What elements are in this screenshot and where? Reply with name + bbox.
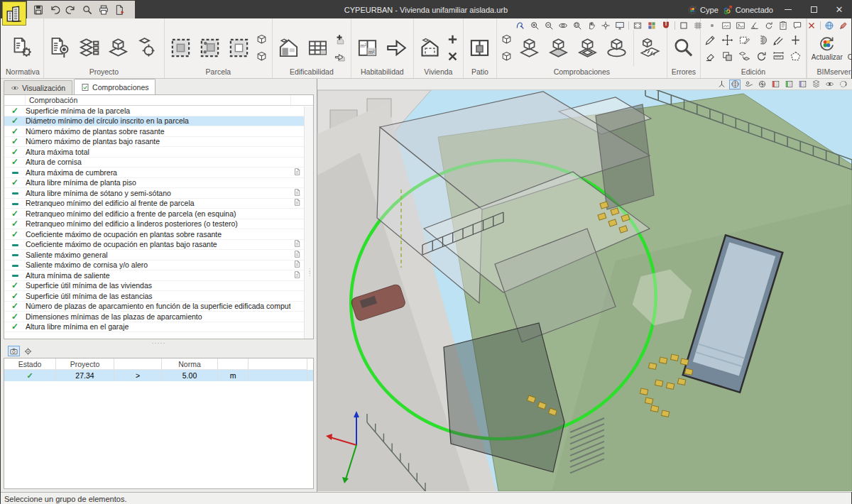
list-item[interactable]: ✓Altura de cornisa (4, 158, 313, 168)
list-item[interactable]: Saliente máximo de cornisa y/o alero (4, 261, 313, 271)
close-button[interactable]: ✕ (829, 1, 850, 18)
bimserver-connection[interactable]: Conectado (723, 5, 773, 15)
rejilla-button[interactable] (692, 21, 704, 31)
giro-modelo-button[interactable] (756, 80, 768, 89)
list-item[interactable]: ✓Dimensiones mínimas de las plazas de ap… (4, 312, 313, 322)
rotulador-button[interactable] (838, 21, 849, 31)
cubo-inf-button[interactable] (254, 49, 270, 64)
vuelo-button[interactable] (743, 80, 754, 89)
errores-button[interactable] (670, 31, 698, 66)
parcela-button[interactable] (167, 31, 195, 66)
comprobacion-2-button[interactable] (545, 31, 573, 66)
list-item[interactable]: ✓Altura libre mínima de planta piso (4, 178, 313, 189)
list-item[interactable]: Altura libre mínima de sótano y semi-sót… (4, 188, 313, 199)
visibilidad-button[interactable] (824, 80, 835, 89)
result-table-row[interactable]: ✓27.34>5.00m (4, 370, 313, 381)
anadir-vivienda-button[interactable] (445, 32, 461, 47)
parcela-hueco-button[interactable] (225, 31, 253, 66)
medicion-button[interactable] (636, 31, 665, 66)
acotar-button[interactable] (771, 49, 787, 64)
cortar-button[interactable] (806, 21, 817, 31)
list-item[interactable]: Saliente máximo general (4, 250, 313, 261)
vista-comprobacion-button[interactable] (8, 346, 20, 356)
3d-model-view[interactable] (317, 90, 852, 491)
zoom-button[interactable] (80, 3, 94, 17)
patio-button[interactable] (466, 31, 494, 66)
girar-button[interactable] (754, 49, 770, 64)
redo-button[interactable] (64, 3, 78, 17)
cubo-sup-button[interactable] (254, 32, 270, 47)
iman-button[interactable] (660, 21, 672, 31)
list-item[interactable]: ✓Número máximo de plantas sobre rasante (4, 126, 313, 137)
agrupar-button[interactable] (737, 49, 753, 64)
area-button[interactable] (737, 33, 753, 48)
list-item[interactable]: ✓Superficie útil mínima de las estancias (4, 291, 313, 302)
zoom-anterior-button[interactable] (543, 21, 555, 31)
angulo-button[interactable] (749, 21, 760, 31)
comprobacion-cubo1-button[interactable] (499, 32, 515, 47)
copiar-button[interactable] (720, 49, 736, 64)
edificio-button[interactable] (275, 31, 303, 66)
girar-vista-button[interactable] (763, 21, 775, 31)
list-item[interactable]: ✓Retranqueo mínimo del edificio a frente… (4, 209, 313, 219)
panel-splitter[interactable]: ····· (1, 339, 317, 346)
zoom-ventana-button[interactable] (572, 21, 583, 31)
borrar-vivienda-button[interactable] (445, 49, 461, 64)
list-item[interactable]: ✓Número máximo de plantas bajo rasante (4, 137, 313, 148)
comprobacion-1-button[interactable] (515, 31, 544, 66)
localizar-button[interactable] (22, 346, 34, 356)
vivienda-button[interactable] (416, 31, 444, 66)
3d-scene[interactable] (317, 90, 852, 492)
capas-button[interactable] (810, 80, 821, 89)
seleccion-rectangulo-button[interactable] (678, 21, 689, 31)
list-item[interactable]: Altura máxima de cumbrera (4, 168, 313, 178)
asignar-edificio-button[interactable] (333, 49, 349, 64)
referencia-button[interactable] (133, 31, 162, 66)
list-item[interactable]: ✓Retranqueo mínimo del edificio a linder… (4, 219, 313, 230)
pan-button[interactable] (586, 21, 597, 31)
list-item[interactable]: ✓Diámetro mínimo del círculo inscrito en… (4, 116, 313, 127)
centrar-button[interactable] (600, 21, 611, 31)
punto-button[interactable] (706, 21, 718, 31)
list-item[interactable]: ✓Altura máxima total (4, 147, 313, 158)
orbita-button[interactable] (557, 21, 569, 31)
cype-account[interactable]: Cype (687, 5, 719, 15)
editar-button[interactable] (703, 33, 719, 48)
compartir-button[interactable]: Compartir (846, 34, 852, 62)
list-item[interactable]: Altura mínima de saliente (4, 270, 313, 281)
plano-verde-button[interactable] (783, 80, 794, 89)
plano-violeta-button[interactable] (797, 80, 808, 89)
mover-punto-button[interactable] (788, 33, 804, 48)
parcela-puntos-button[interactable] (196, 31, 224, 66)
maximize-button[interactable] (803, 1, 824, 18)
rotacion-3d-button[interactable] (837, 80, 848, 89)
list-item[interactable]: ✓Coeficiente máximo de ocupación en plan… (4, 229, 313, 240)
save-button[interactable] (31, 3, 45, 17)
asignar-estancia-button[interactable] (383, 31, 411, 66)
tab-comprobaciones[interactable]: Comprobaciones (74, 79, 155, 94)
volumen-button[interactable] (104, 31, 133, 66)
marco-button[interactable] (632, 21, 643, 31)
list-item[interactable]: Retranqueo mínimo del edificio al frente… (4, 199, 313, 209)
list-item[interactable]: Coeficiente máximo de ocupación en plant… (4, 240, 313, 251)
tab-visualización[interactable]: Visualización (4, 80, 72, 94)
app-icon[interactable] (2, 1, 26, 26)
list-item[interactable]: ✓Superficie útil mínima de las viviendas (4, 281, 313, 292)
comprobacion-3-button[interactable] (574, 31, 602, 66)
list-item[interactable]: ✓Altura libre mínima en el garaje (4, 322, 313, 333)
comprobacion-4-button[interactable] (603, 31, 631, 66)
plantas-button[interactable] (75, 31, 104, 66)
comentario-button[interactable] (792, 21, 803, 31)
borrar-button[interactable] (703, 49, 719, 64)
vista-3d-button[interactable] (729, 80, 741, 89)
comprobacion-cubo2-button[interactable] (499, 49, 515, 64)
print-button[interactable] (97, 3, 111, 17)
simetria-button[interactable] (754, 33, 770, 48)
anadir-edificio-button[interactable] (333, 32, 349, 47)
vista-1-button[interactable] (721, 21, 732, 31)
export-button[interactable] (113, 3, 127, 17)
superficies-button[interactable] (304, 31, 332, 66)
list-item[interactable]: ✓Número de plazas de aparcamiento en fun… (4, 302, 313, 312)
poligono-button[interactable] (788, 49, 804, 64)
deshacer-vista-button[interactable] (515, 21, 526, 31)
